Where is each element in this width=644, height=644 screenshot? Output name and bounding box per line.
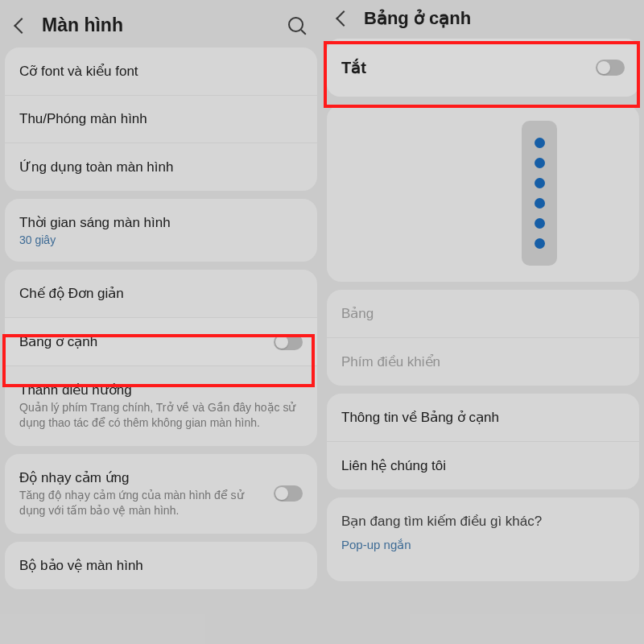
edge-master-toggle[interactable] <box>596 60 625 76</box>
header-display: Màn hình <box>0 0 322 47</box>
back-icon[interactable] <box>14 18 30 34</box>
edge-preview <box>327 105 639 282</box>
item-navigation-bar[interactable]: Thanh điều hướng Quản lý phím Trang chín… <box>5 366 317 446</box>
item-panels: Bảng <box>327 290 639 338</box>
item-handle: Phím điều khiển <box>327 338 639 386</box>
popup-link[interactable]: Pop-up ngắn <box>341 538 625 552</box>
item-font[interactable]: Cỡ font và kiểu font <box>5 47 317 96</box>
panel-preview-icon <box>522 121 557 266</box>
item-edge-panel[interactable]: Bảng ở cạnh <box>5 318 317 366</box>
page-title: Bảng ở cạnh <box>364 8 471 29</box>
item-zoom[interactable]: Thu/Phóng màn hình <box>5 96 317 143</box>
right-screenshot: Bảng ở cạnh Tắt Bảng Phím điều khiển Thô… <box>322 0 644 644</box>
edge-master-toggle-card[interactable]: Tắt <box>327 39 639 97</box>
page-title: Màn hình <box>42 14 288 36</box>
header-edge-panel: Bảng ở cạnh <box>322 0 644 37</box>
left-screenshot: Màn hình Cỡ font và kiểu font Thu/Phóng … <box>0 0 322 644</box>
touch-sensitivity-toggle[interactable] <box>274 485 303 502</box>
item-contact-us[interactable]: Liên hệ chúng tôi <box>327 442 639 489</box>
search-icon[interactable] <box>288 17 306 35</box>
item-screensaver[interactable]: Bộ bảo vệ màn hình <box>5 542 317 589</box>
back-icon[interactable] <box>336 10 352 27</box>
looking-for-other: Bạn đang tìm kiếm điều gì khác? Pop-up n… <box>327 497 639 581</box>
edge-panel-toggle[interactable] <box>274 334 303 350</box>
item-about-edge[interactable]: Thông tin về Bảng ở cạnh <box>327 394 639 442</box>
item-fullscreen-apps[interactable]: Ứng dụng toàn màn hình <box>5 143 317 191</box>
item-screen-timeout[interactable]: Thời gian sáng màn hình 30 giây <box>5 199 317 262</box>
item-simple-mode[interactable]: Chế độ Đơn giản <box>5 270 317 318</box>
item-touch-sensitivity[interactable]: Độ nhạy cảm ứng Tăng độ nhạy cảm ứng của… <box>5 454 317 534</box>
